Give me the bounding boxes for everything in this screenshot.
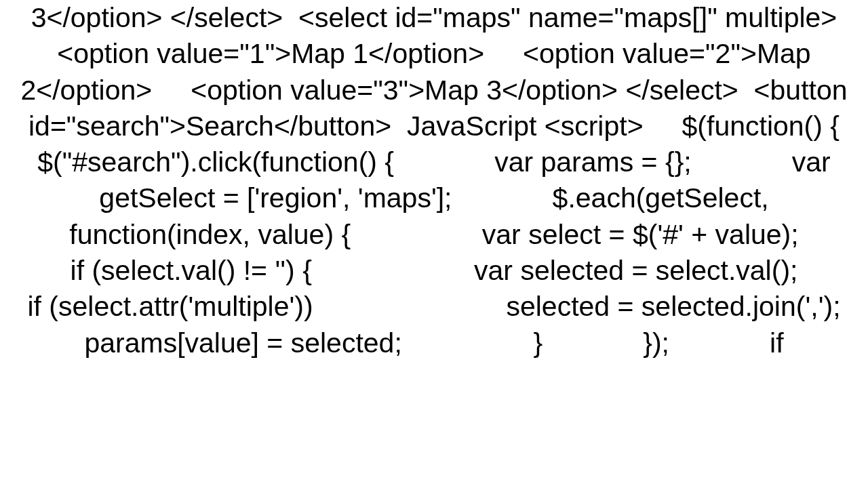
code-snippet-text: 3</option> </select> <select id="maps" n… [0,0,868,361]
